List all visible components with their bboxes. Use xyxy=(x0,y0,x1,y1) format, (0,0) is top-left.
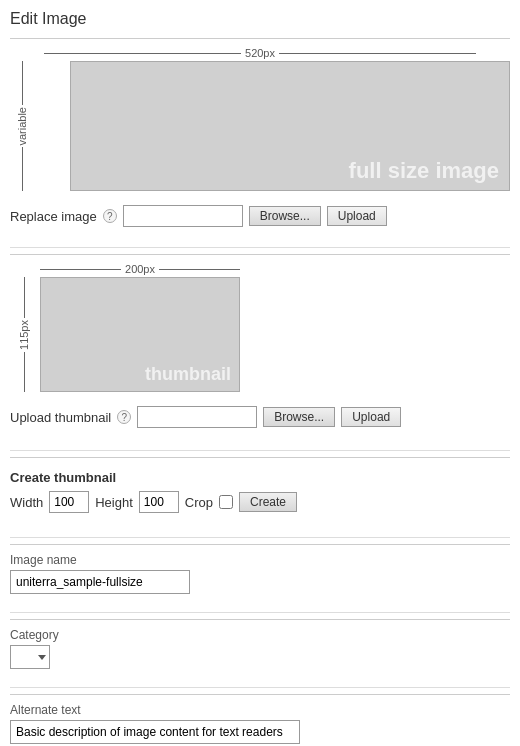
full-image-height-indicator: variable xyxy=(10,61,34,191)
full-image-width-indicator: 520px xyxy=(40,47,480,59)
page-title: Edit Image xyxy=(10,10,510,28)
replace-image-upload-button[interactable]: Upload xyxy=(327,206,387,226)
thumbnail-file-display xyxy=(137,406,257,428)
replace-image-file-display xyxy=(123,205,243,227)
category-label: Category xyxy=(10,628,510,642)
create-thumbnail-label: Create thumbnail xyxy=(10,470,510,485)
width-label: Width xyxy=(10,495,43,510)
full-image-preview: full size image xyxy=(70,61,510,191)
thumbnail-upload-button[interactable]: Upload xyxy=(341,407,401,427)
crop-label: Crop xyxy=(185,495,213,510)
thumbnail-height-indicator: 115px xyxy=(10,277,38,392)
image-name-input[interactable] xyxy=(10,570,190,594)
replace-image-label: Replace image xyxy=(10,209,97,224)
full-image-watermark: full size image xyxy=(349,158,499,184)
thumbnail-watermark: thumbnail xyxy=(145,364,231,385)
replace-image-browse-button[interactable]: Browse... xyxy=(249,206,321,226)
thumbnail-browse-button[interactable]: Browse... xyxy=(263,407,335,427)
upload-thumbnail-help-icon[interactable]: ? xyxy=(117,410,131,424)
width-input[interactable] xyxy=(49,491,89,513)
height-label: Height xyxy=(95,495,133,510)
upload-thumbnail-label: Upload thumbnail xyxy=(10,410,111,425)
create-button[interactable]: Create xyxy=(239,492,297,512)
image-name-label: Image name xyxy=(10,553,510,567)
alternate-text-input[interactable] xyxy=(10,720,300,744)
height-input[interactable] xyxy=(139,491,179,513)
replace-image-help-icon[interactable]: ? xyxy=(103,209,117,223)
crop-checkbox[interactable] xyxy=(219,495,233,509)
category-select[interactable] xyxy=(10,645,50,669)
thumbnail-preview: thumbnail xyxy=(40,277,240,392)
thumbnail-width-indicator: 200px xyxy=(40,263,240,275)
alternate-text-label: Alternate text xyxy=(10,703,510,717)
